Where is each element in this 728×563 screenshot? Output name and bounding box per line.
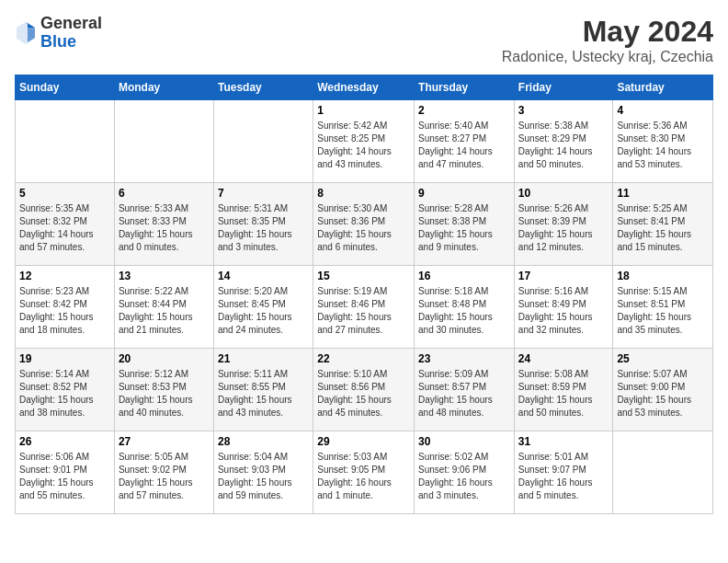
weekday-header-friday: Friday — [514, 75, 613, 100]
week-row-1: 1Sunrise: 5:42 AM Sunset: 8:25 PM Daylig… — [16, 100, 713, 183]
logo-blue: Blue — [40, 33, 102, 52]
day-info: Sunrise: 5:18 AM Sunset: 8:48 PM Dayligh… — [418, 285, 510, 337]
calendar-cell: 15Sunrise: 5:19 AM Sunset: 8:46 PM Dayli… — [313, 266, 415, 349]
calendar-cell: 25Sunrise: 5:07 AM Sunset: 9:00 PM Dayli… — [613, 349, 713, 431]
calendar-cell: 20Sunrise: 5:12 AM Sunset: 8:53 PM Dayli… — [114, 349, 213, 431]
day-info: Sunrise: 5:31 AM Sunset: 8:35 PM Dayligh… — [218, 202, 309, 254]
weekday-header-tuesday: Tuesday — [213, 75, 313, 100]
day-number: 21 — [218, 352, 309, 365]
day-info: Sunrise: 5:25 AM Sunset: 8:41 PM Dayligh… — [617, 202, 709, 254]
logo-icon — [15, 20, 37, 46]
day-info: Sunrise: 5:09 AM Sunset: 8:57 PM Dayligh… — [418, 368, 510, 419]
day-number: 5 — [19, 187, 110, 200]
day-number: 28 — [218, 435, 309, 448]
day-info: Sunrise: 5:04 AM Sunset: 9:03 PM Dayligh… — [218, 451, 309, 502]
day-info: Sunrise: 5:42 AM Sunset: 8:25 PM Dayligh… — [317, 120, 410, 171]
day-number: 26 — [19, 435, 110, 448]
day-number: 10 — [518, 187, 609, 200]
weekday-header-saturday: Saturday — [613, 75, 713, 100]
day-number: 25 — [617, 352, 709, 365]
day-info: Sunrise: 5:08 AM Sunset: 8:59 PM Dayligh… — [518, 368, 609, 419]
logo: General Blue — [15, 15, 102, 52]
day-info: Sunrise: 5:15 AM Sunset: 8:51 PM Dayligh… — [617, 285, 709, 337]
day-info: Sunrise: 5:20 AM Sunset: 8:45 PM Dayligh… — [218, 285, 309, 337]
day-info: Sunrise: 5:36 AM Sunset: 8:30 PM Dayligh… — [617, 120, 709, 171]
calendar-cell: 5Sunrise: 5:35 AM Sunset: 8:32 PM Daylig… — [16, 183, 115, 266]
calendar-cell: 4Sunrise: 5:36 AM Sunset: 8:30 PM Daylig… — [613, 100, 713, 183]
day-info: Sunrise: 5:28 AM Sunset: 8:38 PM Dayligh… — [418, 202, 510, 254]
day-number: 8 — [317, 187, 410, 200]
calendar-cell: 24Sunrise: 5:08 AM Sunset: 8:59 PM Dayli… — [514, 349, 613, 431]
calendar-cell: 10Sunrise: 5:26 AM Sunset: 8:39 PM Dayli… — [514, 183, 613, 266]
day-info: Sunrise: 5:05 AM Sunset: 9:02 PM Dayligh… — [119, 451, 210, 502]
calendar-cell — [213, 100, 313, 183]
day-info: Sunrise: 5:26 AM Sunset: 8:39 PM Dayligh… — [518, 202, 609, 254]
day-info: Sunrise: 5:06 AM Sunset: 9:01 PM Dayligh… — [19, 451, 110, 502]
calendar-cell: 8Sunrise: 5:30 AM Sunset: 8:36 PM Daylig… — [313, 183, 415, 266]
weekday-header-thursday: Thursday — [415, 75, 515, 100]
day-number: 30 — [418, 435, 510, 448]
calendar-cell — [114, 100, 213, 183]
calendar-cell: 7Sunrise: 5:31 AM Sunset: 8:35 PM Daylig… — [213, 183, 313, 266]
calendar-cell: 1Sunrise: 5:42 AM Sunset: 8:25 PM Daylig… — [313, 100, 415, 183]
weekday-row: SundayMondayTuesdayWednesdayThursdayFrid… — [16, 75, 713, 100]
day-number: 14 — [218, 270, 309, 282]
day-number: 13 — [119, 270, 210, 282]
day-number: 24 — [518, 352, 609, 365]
calendar-cell: 27Sunrise: 5:05 AM Sunset: 9:02 PM Dayli… — [114, 431, 213, 514]
day-number: 29 — [317, 435, 410, 448]
day-number: 3 — [518, 104, 609, 117]
day-info: Sunrise: 5:30 AM Sunset: 8:36 PM Dayligh… — [317, 202, 410, 254]
calendar-body: 1Sunrise: 5:42 AM Sunset: 8:25 PM Daylig… — [16, 100, 713, 514]
day-number: 6 — [119, 187, 210, 200]
day-number: 27 — [119, 435, 210, 448]
calendar-cell: 11Sunrise: 5:25 AM Sunset: 8:41 PM Dayli… — [613, 183, 713, 266]
day-info: Sunrise: 5:07 AM Sunset: 9:00 PM Dayligh… — [617, 368, 709, 419]
logo-general: General — [40, 15, 102, 33]
day-info: Sunrise: 5:33 AM Sunset: 8:33 PM Dayligh… — [119, 202, 210, 254]
weekday-header-wednesday: Wednesday — [313, 75, 415, 100]
day-info: Sunrise: 5:03 AM Sunset: 9:05 PM Dayligh… — [317, 451, 410, 502]
day-number: 15 — [317, 270, 410, 282]
calendar-cell: 19Sunrise: 5:14 AM Sunset: 8:52 PM Dayli… — [16, 349, 115, 431]
calendar-table: SundayMondayTuesdayWednesdayThursdayFrid… — [15, 75, 713, 514]
month-year: May 2024 — [502, 15, 713, 49]
day-number: 16 — [418, 270, 510, 282]
calendar-cell: 17Sunrise: 5:16 AM Sunset: 8:49 PM Dayli… — [514, 266, 613, 349]
calendar-cell: 28Sunrise: 5:04 AM Sunset: 9:03 PM Dayli… — [213, 431, 313, 514]
day-number: 19 — [19, 352, 110, 365]
day-info: Sunrise: 5:22 AM Sunset: 8:44 PM Dayligh… — [119, 285, 210, 337]
day-info: Sunrise: 5:02 AM Sunset: 9:06 PM Dayligh… — [418, 451, 510, 502]
week-row-5: 26Sunrise: 5:06 AM Sunset: 9:01 PM Dayli… — [16, 431, 713, 514]
day-info: Sunrise: 5:16 AM Sunset: 8:49 PM Dayligh… — [518, 285, 609, 337]
calendar-cell — [16, 100, 115, 183]
calendar-cell: 22Sunrise: 5:10 AM Sunset: 8:56 PM Dayli… — [313, 349, 415, 431]
day-number: 4 — [617, 104, 709, 117]
day-info: Sunrise: 5:23 AM Sunset: 8:42 PM Dayligh… — [19, 285, 110, 337]
day-info: Sunrise: 5:14 AM Sunset: 8:52 PM Dayligh… — [19, 368, 110, 419]
day-info: Sunrise: 5:12 AM Sunset: 8:53 PM Dayligh… — [119, 368, 210, 419]
calendar-cell: 30Sunrise: 5:02 AM Sunset: 9:06 PM Dayli… — [415, 431, 515, 514]
calendar-cell: 21Sunrise: 5:11 AM Sunset: 8:55 PM Dayli… — [213, 349, 313, 431]
day-number: 12 — [19, 270, 110, 282]
calendar-cell: 16Sunrise: 5:18 AM Sunset: 8:48 PM Dayli… — [415, 266, 515, 349]
weekday-header-monday: Monday — [114, 75, 213, 100]
calendar-cell: 12Sunrise: 5:23 AM Sunset: 8:42 PM Dayli… — [16, 266, 115, 349]
week-row-4: 19Sunrise: 5:14 AM Sunset: 8:52 PM Dayli… — [16, 349, 713, 431]
day-number: 18 — [617, 270, 709, 282]
day-info: Sunrise: 5:35 AM Sunset: 8:32 PM Dayligh… — [19, 202, 110, 254]
day-number: 1 — [317, 104, 410, 117]
calendar-cell — [613, 431, 713, 514]
calendar-header: SundayMondayTuesdayWednesdayThursdayFrid… — [16, 75, 713, 100]
day-info: Sunrise: 5:01 AM Sunset: 9:07 PM Dayligh… — [518, 451, 609, 502]
calendar-cell: 18Sunrise: 5:15 AM Sunset: 8:51 PM Dayli… — [613, 266, 713, 349]
page-header: General Blue May 2024 Radonice, Ustecky … — [15, 15, 713, 65]
calendar-cell: 3Sunrise: 5:38 AM Sunset: 8:29 PM Daylig… — [514, 100, 613, 183]
location: Radonice, Ustecky kraj, Czechia — [502, 49, 713, 65]
day-number: 22 — [317, 352, 410, 365]
day-info: Sunrise: 5:10 AM Sunset: 8:56 PM Dayligh… — [317, 368, 410, 419]
calendar-cell: 14Sunrise: 5:20 AM Sunset: 8:45 PM Dayli… — [213, 266, 313, 349]
day-info: Sunrise: 5:40 AM Sunset: 8:27 PM Dayligh… — [418, 120, 510, 171]
day-info: Sunrise: 5:11 AM Sunset: 8:55 PM Dayligh… — [218, 368, 309, 419]
calendar-cell: 13Sunrise: 5:22 AM Sunset: 8:44 PM Dayli… — [114, 266, 213, 349]
